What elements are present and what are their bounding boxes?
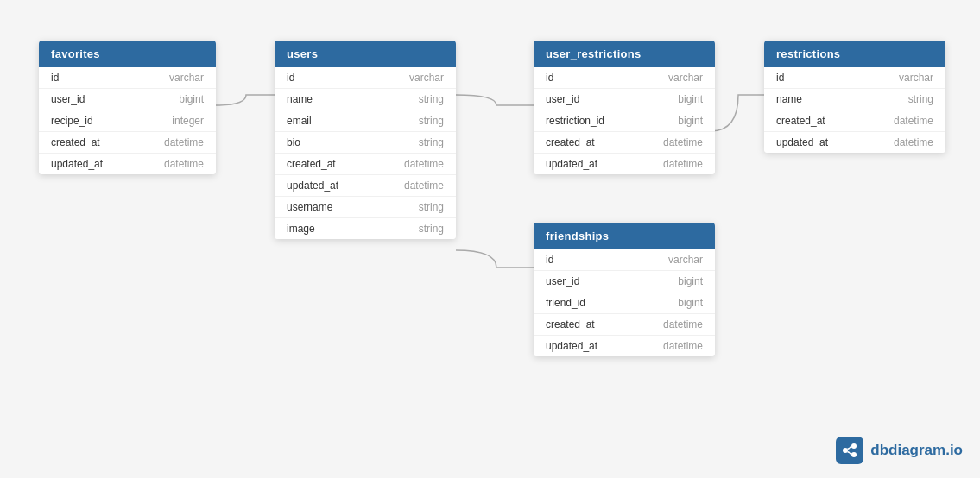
svg-point-1	[851, 443, 857, 449]
brand-badge: dbdiagram.io	[836, 437, 963, 464]
table-header-friendships: friendships	[534, 223, 715, 249]
table-row: created_at datetime	[275, 154, 456, 175]
table-row: user_id bigint	[39, 89, 216, 110]
table-row: updated_at datetime	[534, 336, 715, 356]
table-row: id varchar	[275, 67, 456, 89]
table-row: user_id bigint	[534, 89, 715, 110]
table-row: email string	[275, 110, 456, 132]
table-friendships: friendships id varchar user_id bigint fr…	[534, 223, 715, 356]
table-favorites: favorites id varchar user_id bigint reci…	[39, 41, 216, 174]
table-row: image string	[275, 218, 456, 239]
table-row: updated_at datetime	[534, 154, 715, 174]
table-header-favorites: favorites	[39, 41, 216, 67]
table-row: created_at datetime	[39, 132, 216, 154]
brand-label: dbdiagram.io	[870, 442, 963, 459]
svg-point-0	[843, 448, 848, 453]
table-header-restrictions: restrictions	[764, 41, 945, 67]
table-user-restrictions: user_restrictions id varchar user_id big…	[534, 41, 715, 174]
table-row: created_at datetime	[534, 132, 715, 154]
table-row: name string	[275, 89, 456, 110]
brand-icon	[836, 437, 863, 464]
svg-line-4	[848, 452, 852, 455]
table-row: recipe_id integer	[39, 110, 216, 132]
table-row: restriction_id bigint	[534, 110, 715, 132]
svg-line-3	[848, 447, 852, 450]
svg-point-2	[851, 452, 857, 457]
diagram-canvas: favorites id varchar user_id bigint reci…	[0, 0, 980, 478]
table-row: updated_at datetime	[39, 154, 216, 174]
table-row: friend_id bigint	[534, 292, 715, 314]
table-row: created_at datetime	[534, 314, 715, 336]
table-row: user_id bigint	[534, 271, 715, 292]
table-users: users id varchar name string email strin…	[275, 41, 456, 239]
table-row: name string	[764, 89, 945, 110]
table-row: bio string	[275, 132, 456, 154]
table-row: id varchar	[39, 67, 216, 89]
table-row: id varchar	[534, 249, 715, 271]
table-header-user-restrictions: user_restrictions	[534, 41, 715, 67]
table-row: created_at datetime	[764, 110, 945, 132]
table-row: updated_at datetime	[764, 132, 945, 153]
table-header-users: users	[275, 41, 456, 67]
table-row: id varchar	[534, 67, 715, 89]
table-row: id varchar	[764, 67, 945, 89]
table-row: updated_at datetime	[275, 175, 456, 197]
table-restrictions: restrictions id varchar name string crea…	[764, 41, 945, 153]
table-row: username string	[275, 197, 456, 218]
